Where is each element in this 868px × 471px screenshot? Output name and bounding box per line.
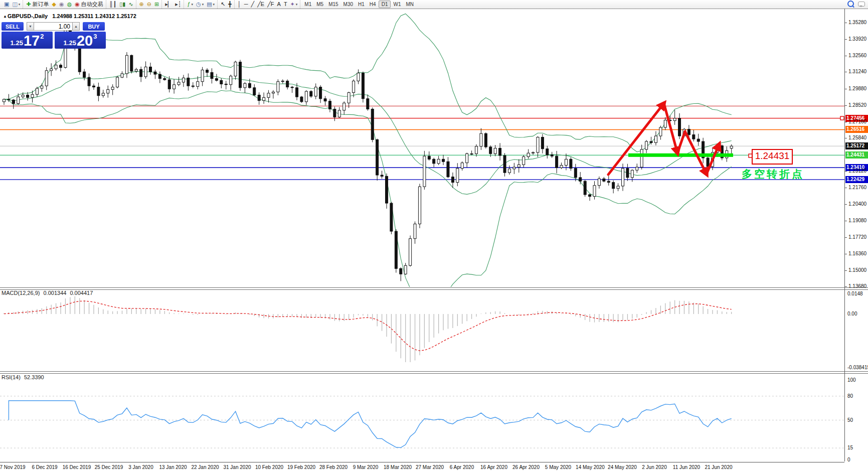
line-handle[interactable] bbox=[840, 116, 844, 120]
volume-input[interactable]: 1.00 bbox=[34, 22, 72, 31]
candle-body bbox=[192, 86, 194, 86]
pivot-highlight-line[interactable] bbox=[628, 153, 733, 157]
price-tick-label: 1.15000 bbox=[848, 267, 866, 273]
macd-signal-line bbox=[4, 301, 732, 351]
candle-body bbox=[102, 93, 104, 96]
candle-body bbox=[381, 175, 383, 176]
candle-body bbox=[41, 86, 43, 88]
volume-increase-button[interactable]: ▲ bbox=[72, 22, 80, 31]
candle-body bbox=[60, 65, 62, 68]
candle-body bbox=[267, 93, 270, 98]
candle-body bbox=[234, 62, 237, 76]
candle-body bbox=[418, 187, 421, 224]
candle-body bbox=[428, 156, 430, 159]
candle-body bbox=[707, 158, 709, 167]
candle-body bbox=[678, 118, 681, 136]
buy-button[interactable]: BUY bbox=[83, 22, 105, 31]
candle-body bbox=[513, 167, 515, 169]
candle-body bbox=[357, 73, 360, 81]
macd-axis-label: -0.038415 bbox=[847, 365, 868, 370]
axis-tick bbox=[844, 171, 847, 172]
candle-body bbox=[291, 87, 293, 88]
date-label: 7 Nov 2019 bbox=[0, 464, 26, 470]
candle-body bbox=[116, 77, 119, 87]
axis-tick bbox=[844, 237, 847, 238]
price-tick-label: 1.17720 bbox=[848, 234, 866, 240]
candle-body bbox=[168, 80, 170, 89]
axis-tick bbox=[844, 23, 847, 23]
candle-body bbox=[27, 95, 29, 97]
candle-body bbox=[673, 118, 676, 121]
candle-body bbox=[409, 239, 412, 266]
candle-body bbox=[433, 159, 435, 164]
candle-body bbox=[197, 82, 199, 87]
rsi-label: RSI(14) 52.3390 bbox=[2, 374, 44, 380]
candle-body bbox=[442, 159, 445, 162]
chart-canvas bbox=[0, 0, 844, 471]
time-axis[interactable]: 7 Nov 20196 Dec 201916 Dec 201925 Dec 20… bbox=[0, 462, 844, 471]
price-tick-label: 1.19080 bbox=[848, 218, 866, 223]
candle-body bbox=[664, 120, 666, 127]
candle-body bbox=[371, 109, 374, 139]
price-axis-line bbox=[844, 9, 845, 461]
price-tick-label: 1.21760 bbox=[848, 185, 866, 190]
panel-separator-macd[interactable] bbox=[0, 287, 868, 290]
chart-title: ▴ GBPUSD-,Daily 1.24988 1.25311 1.24312 … bbox=[4, 13, 136, 19]
search-icon[interactable] bbox=[847, 1, 854, 7]
candle-body bbox=[300, 97, 303, 102]
sell-price-prefix: 1.25 bbox=[11, 39, 23, 47]
rsi-axis-label: 100 bbox=[847, 377, 856, 383]
axis-tick bbox=[844, 204, 847, 205]
one-click-trading-panel: SELL ▼ 1.00 ▲ BUY 1.25 17 2 1.25 20 3 bbox=[2, 22, 108, 49]
price-tick-label: 1.31240 bbox=[848, 69, 866, 74]
candle-body bbox=[612, 183, 615, 189]
candle-body bbox=[319, 87, 322, 99]
candle-body bbox=[305, 91, 307, 102]
rsi-axis-label: 50 bbox=[847, 417, 853, 423]
volume-decrease-button[interactable]: ▼ bbox=[27, 22, 34, 31]
candle-body bbox=[182, 78, 185, 82]
candle-body bbox=[579, 178, 582, 181]
candle-body bbox=[338, 110, 340, 117]
candle-body bbox=[154, 72, 156, 74]
candle-body bbox=[617, 186, 619, 189]
candle-body bbox=[376, 139, 379, 175]
candle-body bbox=[88, 77, 90, 86]
candle-body bbox=[78, 47, 81, 72]
sell-button[interactable]: SELL bbox=[2, 22, 24, 31]
buy-price-button[interactable]: 1.25 20 3 bbox=[55, 32, 106, 49]
date-label: 5 May 2020 bbox=[545, 464, 571, 470]
axis-tick bbox=[844, 72, 847, 72]
candle-body bbox=[310, 91, 312, 96]
date-label: 16 Apr 2020 bbox=[480, 464, 507, 470]
axis-tick bbox=[844, 138, 847, 138]
pivot-note-text[interactable]: 多空转折点 bbox=[742, 167, 804, 181]
chat-icon[interactable] bbox=[858, 2, 865, 7]
candle-body bbox=[211, 72, 213, 78]
candle-body bbox=[272, 92, 274, 93]
price-tag-1.24431: 1.24431 bbox=[845, 151, 868, 159]
level-callout-box[interactable]: 1.24431 bbox=[752, 149, 793, 165]
candle-body bbox=[333, 109, 336, 117]
candle-body bbox=[517, 165, 520, 167]
price-tick-label: 1.20400 bbox=[848, 201, 866, 207]
candle-body bbox=[328, 101, 331, 109]
axis-tick bbox=[844, 39, 847, 40]
candle-body bbox=[523, 156, 525, 165]
candle-body bbox=[248, 83, 251, 88]
candle-body bbox=[480, 133, 482, 146]
sell-price-pip: 2 bbox=[40, 33, 44, 40]
sell-price-button[interactable]: 1.25 17 2 bbox=[2, 32, 53, 49]
drawn-annotations[interactable] bbox=[608, 103, 752, 175]
candle-body bbox=[423, 156, 426, 187]
candle-body bbox=[253, 88, 256, 95]
trend-zigzag-arrow[interactable] bbox=[664, 103, 677, 153]
candle-body bbox=[589, 195, 591, 197]
candle-body bbox=[17, 97, 20, 103]
candle-body bbox=[263, 97, 265, 100]
candle-body bbox=[353, 81, 355, 92]
buy-price-pip: 3 bbox=[93, 33, 97, 40]
price-tag-1.22429: 1.22429 bbox=[845, 176, 868, 183]
candle-body bbox=[286, 81, 289, 87]
panel-separator-rsi[interactable] bbox=[0, 371, 868, 374]
